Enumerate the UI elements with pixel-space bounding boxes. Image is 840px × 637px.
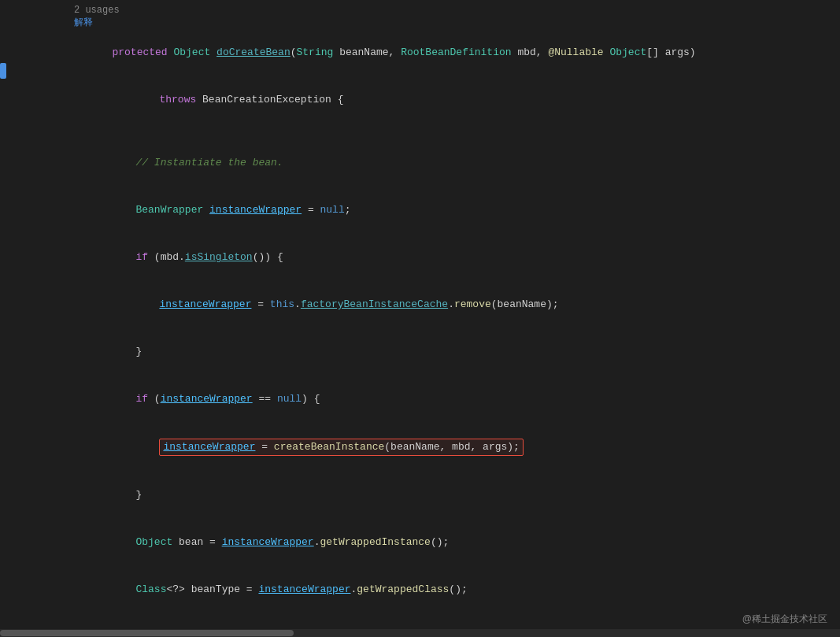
line-content xyxy=(63,124,840,139)
line-content: throws BeanCreationException { xyxy=(63,76,840,124)
horizontal-scrollbar[interactable] xyxy=(0,629,840,637)
code-line: } xyxy=(0,472,840,519)
line-content: instanceWrapper = createBeanInstance(bea… xyxy=(63,423,840,472)
line-content: if (mbd.isSingleton()) { xyxy=(63,234,840,281)
line-content: Object bean = instanceWrapper.getWrapped… xyxy=(63,519,840,566)
line-content: protected Object doCreateBean(String bea… xyxy=(63,29,840,76)
explain-link[interactable]: 解释 xyxy=(74,16,840,29)
code-line xyxy=(0,124,840,139)
code-line: Object bean = instanceWrapper.getWrapped… xyxy=(0,519,840,566)
code-line: if (mbd.isSingleton()) { xyxy=(0,234,840,281)
line-content: Class<?> beanType = instanceWrapper.getW… xyxy=(63,566,840,613)
left-margin-indicator xyxy=(0,63,6,79)
usages-info: 2 usages 解释 xyxy=(0,0,840,29)
code-line: // Instantiate the bean. xyxy=(0,139,840,187)
highlighted-code-line: instanceWrapper = createBeanInstance(bea… xyxy=(0,423,840,472)
line-content: instanceWrapper = this.factoryBeanInstan… xyxy=(63,281,840,328)
watermark: @稀土掘金技术社区 xyxy=(742,613,827,626)
code-line: } xyxy=(0,328,840,376)
code-line: throws BeanCreationException { xyxy=(0,76,840,124)
editor-container: 2 usages 解释 protected Object doCreateBea… xyxy=(0,0,840,637)
usages-count: 2 usages xyxy=(74,5,840,16)
line-content: } xyxy=(63,328,840,376)
line-content: if (instanceWrapper == null) { xyxy=(63,376,840,423)
code-line: instanceWrapper = this.factoryBeanInstan… xyxy=(0,281,840,328)
scrollbar-thumb[interactable] xyxy=(0,630,294,636)
code-area: protected Object doCreateBean(String bea… xyxy=(0,29,840,637)
line-content: } xyxy=(63,472,840,519)
line-content: // Instantiate the bean. xyxy=(63,139,840,187)
code-line: BeanWrapper instanceWrapper = null; xyxy=(0,187,840,234)
code-line: if (instanceWrapper == null) { xyxy=(0,376,840,423)
code-line: protected Object doCreateBean(String bea… xyxy=(0,29,840,76)
line-content: BeanWrapper instanceWrapper = null; xyxy=(63,187,840,234)
code-line: Class<?> beanType = instanceWrapper.getW… xyxy=(0,566,840,613)
